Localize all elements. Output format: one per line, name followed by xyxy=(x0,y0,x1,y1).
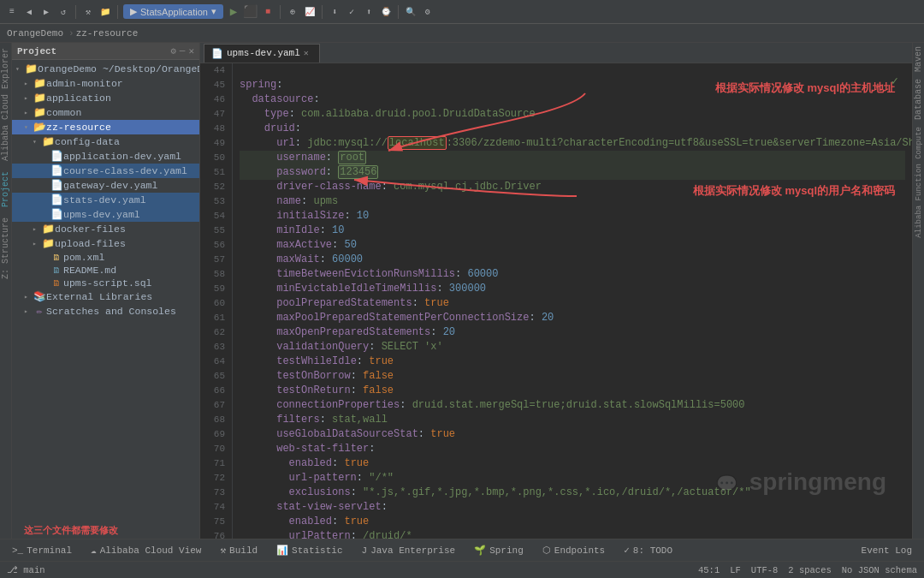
tree-label-admin: admin-monitor xyxy=(46,78,199,89)
tab-todo[interactable]: ✓ 8: TODO xyxy=(615,543,681,557)
panel-header: Project ⚙ — ✕ xyxy=(12,43,199,60)
ln-72: 72 xyxy=(204,471,225,486)
tree-label-application: application xyxy=(46,92,199,104)
json-schema[interactable]: No JSON schema xyxy=(842,565,917,575)
collapse-icon[interactable]: — xyxy=(180,45,186,57)
tree-item-config-data[interactable]: ▾ 📁 config-data xyxy=(12,134,199,149)
settings-icon[interactable]: ⚙ xyxy=(421,5,435,19)
code-line-59: minEvictableIdleTimeMillis: 300000 xyxy=(240,282,905,296)
ln-48: 48 xyxy=(204,122,225,136)
vcs-commit-icon[interactable]: ✓ xyxy=(345,5,358,19)
vcs-push-icon[interactable]: ⬆ xyxy=(362,5,376,19)
tab-spring-label: Spring xyxy=(489,545,524,556)
forward-icon[interactable]: ▶ xyxy=(39,5,53,19)
code-content[interactable]: spring: datasource: type: com.alibaba.dr… xyxy=(233,63,912,539)
debug-button[interactable]: ⬛ xyxy=(244,5,258,19)
tab-statistic[interactable]: 📊 Statistic xyxy=(268,543,351,557)
tree-item-orangedemo[interactable]: ▾ 📁 OrangeDemo ~/Desktop/OrangeDemo xyxy=(12,62,199,76)
tree-item-docker[interactable]: ▸ 📁 docker-files xyxy=(12,222,199,236)
tab-event-log[interactable]: Event Log xyxy=(853,544,921,557)
tree-item-gateway-dev[interactable]: ▸ 📄 gateway-dev.yaml xyxy=(12,178,199,193)
code-line-61: maxPoolPreparedStatementPerConnectionSiz… xyxy=(240,311,905,325)
tree-item-application[interactable]: ▸ 📁 application xyxy=(12,91,199,105)
tab-close-icon[interactable]: ✕ xyxy=(304,48,309,58)
vcs-history-icon[interactable]: ⌚ xyxy=(379,5,393,19)
refresh-icon[interactable]: ↺ xyxy=(56,5,70,19)
run-button[interactable]: ▶ xyxy=(227,5,240,19)
gear-icon[interactable]: ⚙ xyxy=(170,45,176,57)
code-line-46: datasource: xyxy=(240,92,905,107)
build-icon[interactable]: ⚒ xyxy=(81,5,95,19)
alibaba-function-label[interactable]: Alibaba Function Compute xyxy=(914,123,924,241)
code-line-63: validationQuery: SELECT 'x' xyxy=(240,340,905,355)
indent-info[interactable]: 2 spaces xyxy=(788,565,831,575)
tree-label-config-data: config-data xyxy=(55,136,199,147)
structure-tab[interactable]: Z: Structure xyxy=(0,212,11,284)
tree-annotation-text: 这三个文件都需要修改 xyxy=(21,522,200,539)
tab-spring[interactable]: 🌱 Spring xyxy=(465,543,532,557)
code-line-58: timeBetweenEvictionRunsMillis: 60000 xyxy=(240,267,905,282)
ln-58: 58 xyxy=(204,267,225,282)
tab-terminal[interactable]: >_ Terminal xyxy=(3,544,80,557)
code-line-52: driver-class-name: com.mysql.cj.jdbc.Dri… xyxy=(240,180,905,194)
tree-label-upload: upload-files xyxy=(55,238,199,249)
menu-icon[interactable]: ≡ xyxy=(5,5,19,19)
separator4 xyxy=(322,5,323,19)
encoding[interactable]: UTF-8 xyxy=(751,565,779,575)
database-label[interactable]: Database xyxy=(913,75,924,123)
ln-65: 65 xyxy=(204,369,225,384)
vcs-update-icon[interactable]: ⬇ xyxy=(328,5,341,19)
tree-item-zz-resource[interactable]: ▾ 📂 zz-resource xyxy=(12,120,199,134)
tree-item-ext-libs[interactable]: ▸ 📚 External Libraries xyxy=(12,289,199,304)
tree-item-course-class-dev[interactable]: ▸ 📄 course-class-dev.yaml xyxy=(12,164,199,178)
tree-label-docker: docker-files xyxy=(55,223,199,235)
tree-label-orangedemo: OrangeDemo ~/Desktop/OrangeDemo xyxy=(38,63,199,74)
tree-item-scratches[interactable]: ▸ ✏️ Scratches and Consoles xyxy=(12,304,199,319)
tree-item-readme[interactable]: ▸ 🗎 README.md xyxy=(12,264,199,277)
code-line-48: druid: xyxy=(240,122,905,136)
code-line-47: type: com.alibaba.druid.pool.DruidDataSo… xyxy=(240,107,905,122)
stop-button[interactable]: ■ xyxy=(261,5,275,19)
cursor-position[interactable]: 45:1 xyxy=(698,565,720,575)
tab-endpoints[interactable]: ⬡ Endpoints xyxy=(534,543,613,557)
code-line-74: stat-view-servlet: xyxy=(240,500,905,515)
tree-item-upload[interactable]: ▸ 📁 upload-files xyxy=(12,236,199,251)
tree-item-upms-dev[interactable]: ▸ 📄 upms-dev.yaml xyxy=(12,207,199,222)
code-line-70: web-stat-filter: xyxy=(240,442,905,456)
coverage-icon[interactable]: ⊕ xyxy=(286,5,299,19)
tree-item-admin[interactable]: ▸ 📁 admin-monitor xyxy=(12,76,199,91)
tab-build[interactable]: ⚒ Build xyxy=(211,543,266,557)
code-line-45: spring: xyxy=(240,78,905,92)
cloud-explorer-tab[interactable]: Alibaba Cloud Explorer xyxy=(0,43,11,166)
tree-item-sql[interactable]: ▸ 🗎 upms-script.sql xyxy=(12,277,199,289)
tab-upms-dev-yaml[interactable]: 📄 upms-dev.yaml ✕ xyxy=(204,44,320,63)
back-icon[interactable]: ◀ xyxy=(22,5,36,19)
run-config-button[interactable]: ▶ StatsApplication ▾ xyxy=(123,4,223,19)
tree-item-common[interactable]: ▸ 📁 common xyxy=(12,105,199,120)
tree-item-pom[interactable]: ▸ 🗎 pom.xml xyxy=(12,251,199,264)
run-config-icon: ▶ xyxy=(130,6,137,17)
separator1 xyxy=(75,5,76,19)
code-line-73: exclusions: "*.js,*.gif,*.jpg,*.bmp,*.pn… xyxy=(240,486,905,500)
tree-item-application-dev[interactable]: ▸ 📄 application-dev.yaml xyxy=(12,149,199,164)
git-branch[interactable]: ⎇ main xyxy=(7,564,45,575)
left-sidebar: Alibaba Cloud Explorer Project Z: Struct… xyxy=(0,43,12,539)
search-icon[interactable]: 🔍 xyxy=(404,5,418,19)
tab-cloud-label: Alibaba Cloud View xyxy=(100,545,202,556)
ln-49: 49 xyxy=(204,136,225,151)
tab-statistic-label: Statistic xyxy=(292,545,342,556)
tab-endpoints-label: Endpoints xyxy=(554,545,605,556)
line-ending[interactable]: LF xyxy=(730,565,741,575)
statistic-icon: 📊 xyxy=(276,545,288,556)
tab-java-enterprise[interactable]: J Java Enterprise xyxy=(353,544,465,557)
close-panel-icon[interactable]: ✕ xyxy=(188,45,194,57)
profiler-icon[interactable]: 📈 xyxy=(303,5,317,19)
maven-label[interactable]: Maven xyxy=(913,43,924,75)
ln-56: 56 xyxy=(204,238,225,253)
folder-icon[interactable]: 📁 xyxy=(98,5,112,19)
top-toolbar: ≡ ◀ ▶ ↺ ⚒ 📁 ▶ StatsApplication ▾ ▶ ⬛ ■ ⊕… xyxy=(0,0,924,24)
project-tab[interactable]: Project xyxy=(0,166,11,212)
tab-alibaba-cloud[interactable]: ☁ Alibaba Cloud View xyxy=(82,543,210,557)
tree-item-stats-dev[interactable]: ▸ 📄 stats-dev.yaml xyxy=(12,193,199,207)
dropdown-icon: ▾ xyxy=(211,6,216,17)
